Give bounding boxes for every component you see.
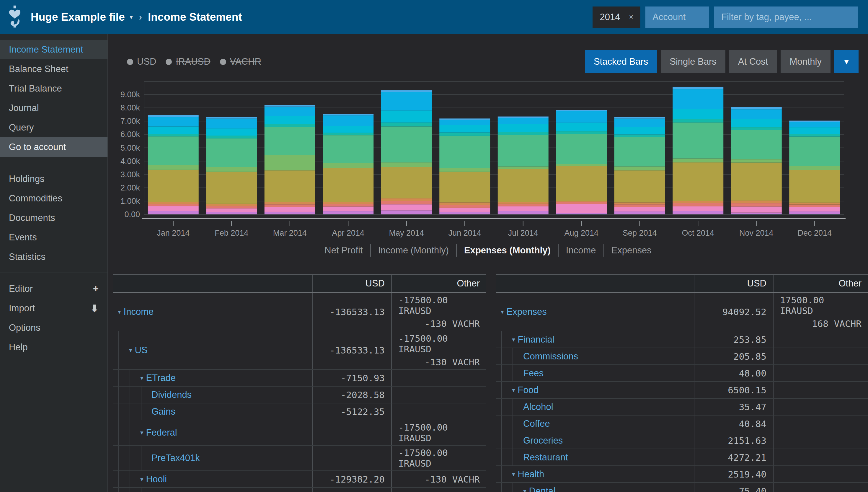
- sidebar-item-events[interactable]: Events: [0, 228, 107, 247]
- file-title[interactable]: Huge Example file: [31, 11, 125, 23]
- bar-segment[interactable]: [323, 214, 374, 214]
- bar-segment[interactable]: [381, 163, 432, 167]
- bar-segment[interactable]: [731, 159, 782, 163]
- bar-segment[interactable]: [323, 114, 374, 116]
- collapse-triangle-icon[interactable]: ▾: [118, 308, 121, 315]
- bar-segment[interactable]: [614, 118, 665, 127]
- bar-segment[interactable]: [439, 168, 490, 172]
- bar-segment[interactable]: [439, 120, 490, 125]
- bar-segment[interactable]: [381, 123, 432, 127]
- bar-segment[interactable]: [556, 213, 607, 214]
- chart-tab-income[interactable]: Income: [559, 245, 604, 256]
- sidebar-item-statistics[interactable]: Statistics: [0, 247, 107, 267]
- bar-segment[interactable]: [789, 137, 840, 166]
- bar-segment[interactable]: [148, 202, 199, 204]
- bar-segment[interactable]: [439, 125, 490, 132]
- collapse-triangle-icon[interactable]: ▾: [512, 336, 515, 343]
- stacked-bar-chart[interactable]: 0.001.00k2.00k3.00k4.00k5.00k6.00k7.00k8…: [117, 80, 867, 241]
- bar-segment[interactable]: [148, 137, 199, 165]
- bar-segment[interactable]: [556, 123, 607, 131]
- account-link[interactable]: Alcohol: [523, 402, 553, 412]
- bar-segment[interactable]: [614, 137, 665, 166]
- bar-segment[interactable]: [498, 124, 548, 132]
- sidebar-item-documents[interactable]: Documents: [0, 208, 107, 228]
- bar-segment[interactable]: [556, 111, 607, 123]
- bar-segment[interactable]: [498, 117, 548, 118]
- chart-tab-expenses[interactable]: Expenses: [604, 245, 659, 256]
- mode-button-monthly[interactable]: Monthly: [781, 50, 831, 73]
- bar-segment[interactable]: [614, 170, 665, 202]
- sidebar-item-editor[interactable]: Editor+: [0, 279, 107, 299]
- bar-segment[interactable]: [323, 204, 374, 206]
- bar-segment[interactable]: [206, 206, 257, 208]
- bar-segment[interactable]: [614, 202, 665, 204]
- bar-segment[interactable]: [731, 109, 782, 119]
- bar-segment[interactable]: [206, 208, 257, 212]
- bar-segment[interactable]: [731, 163, 782, 201]
- bar-segment[interactable]: [381, 210, 432, 214]
- collapse-triangle-icon[interactable]: ▾: [140, 429, 144, 436]
- sidebar-item-options[interactable]: Options: [0, 318, 107, 338]
- download-icon[interactable]: ⬇: [90, 303, 99, 314]
- bar-segment[interactable]: [148, 211, 199, 214]
- account-filter-input[interactable]: [645, 6, 709, 28]
- collapse-triangle-icon[interactable]: ▾: [512, 471, 515, 478]
- bar-segment[interactable]: [789, 214, 840, 214]
- mode-button-at-cost[interactable]: At Cost: [729, 50, 777, 73]
- bar-segment[interactable]: [614, 127, 665, 135]
- collapse-triangle-icon[interactable]: ▾: [523, 488, 527, 492]
- bar-segment[interactable]: [672, 89, 723, 109]
- bar-segment[interactable]: [731, 200, 782, 203]
- bar-segment[interactable]: [206, 204, 257, 206]
- account-link[interactable]: Hooli: [146, 474, 167, 485]
- bar-segment[interactable]: [323, 202, 374, 204]
- bar-segment[interactable]: [439, 132, 490, 136]
- bar-segment[interactable]: [148, 134, 199, 137]
- account-link[interactable]: Dental: [529, 486, 556, 492]
- chart-select-button[interactable]: ▼: [834, 50, 859, 73]
- collapse-triangle-icon[interactable]: ▾: [140, 374, 144, 382]
- bar-segment[interactable]: [323, 168, 374, 202]
- bar-segment[interactable]: [556, 214, 607, 214]
- bar-segment[interactable]: [264, 204, 315, 207]
- bar-segment[interactable]: [323, 126, 374, 133]
- bar-segment[interactable]: [731, 130, 782, 159]
- account-link[interactable]: Dividends: [151, 390, 192, 400]
- bar-segment[interactable]: [148, 204, 199, 206]
- time-filter-value[interactable]: 2014: [599, 12, 620, 22]
- bar-segment[interactable]: [206, 136, 257, 139]
- bar-segment[interactable]: [672, 206, 723, 211]
- bar-segment[interactable]: [148, 165, 199, 170]
- chart-tab-income-monthly[interactable]: Income (Monthly): [371, 245, 456, 256]
- account-link[interactable]: Federal: [146, 427, 177, 438]
- bar-segment[interactable]: [264, 212, 315, 214]
- bar-segment[interactable]: [789, 122, 840, 127]
- bar-segment[interactable]: [498, 167, 548, 169]
- account-link[interactable]: Gains: [151, 407, 175, 417]
- bar-segment[interactable]: [614, 204, 665, 207]
- account-link[interactable]: Coffee: [523, 418, 550, 429]
- bar-segment[interactable]: [789, 207, 840, 212]
- sidebar-item-query[interactable]: Query: [0, 118, 107, 137]
- bar-segment[interactable]: [323, 211, 374, 214]
- bar-segment[interactable]: [614, 167, 665, 171]
- bar-segment[interactable]: [672, 119, 723, 123]
- collapse-triangle-icon[interactable]: ▾: [512, 387, 515, 394]
- bar-segment[interactable]: [556, 201, 607, 202]
- account-link[interactable]: US: [135, 345, 148, 355]
- bar-segment[interactable]: [672, 201, 723, 203]
- account-link[interactable]: Expenses: [507, 306, 547, 317]
- bar-segment[interactable]: [789, 134, 840, 137]
- collapse-triangle-icon[interactable]: ▾: [140, 476, 144, 483]
- bar-segment[interactable]: [323, 206, 374, 211]
- chevron-down-icon[interactable]: ▾: [130, 13, 133, 21]
- bar-segment[interactable]: [614, 117, 665, 119]
- bar-segment[interactable]: [672, 203, 723, 206]
- bar-segment[interactable]: [323, 132, 374, 135]
- bar-segment[interactable]: [148, 170, 199, 202]
- bar-segment[interactable]: [381, 167, 432, 198]
- bar-segment[interactable]: [381, 92, 432, 110]
- bar-segment[interactable]: [789, 170, 840, 202]
- bar-segment[interactable]: [148, 126, 199, 134]
- bar-segment[interactable]: [439, 205, 490, 207]
